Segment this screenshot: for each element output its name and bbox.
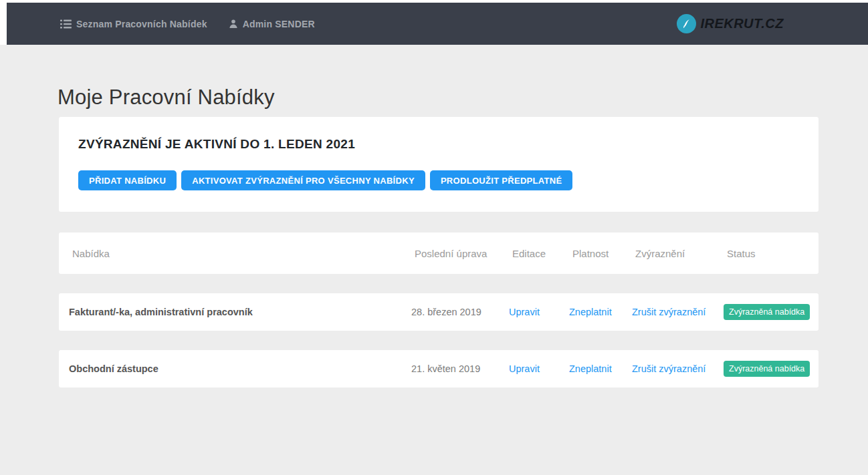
column-header-highlight: Zvýraznění (632, 248, 724, 259)
top-navbar: Seznam Pracovních Nabídek Admin SENDER I… (7, 3, 868, 45)
edit-link[interactable]: Upravit (509, 307, 569, 317)
nav-item-label: Admin SENDER (243, 19, 315, 29)
navbar-menu: Seznam Pracovních Nabídek Admin SENDER (60, 19, 315, 29)
brand-name: IREKRUT.CZ (700, 16, 784, 31)
offer-name: Obchodní zástupce (69, 363, 411, 374)
brand-logo[interactable]: IREKRUT.CZ (677, 14, 784, 33)
feather-icon (677, 14, 696, 33)
nav-item-job-offers-list[interactable]: Seznam Pracovních Nabídek (60, 19, 207, 29)
nav-item-admin-user[interactable]: Admin SENDER (229, 19, 315, 29)
column-header-edit: Editace (509, 248, 569, 259)
offer-last-update: 28. březen 2019 (411, 307, 509, 317)
subscription-card: ZVÝRAZNĚNÍ JE AKTIVNÍ DO 1. LEDEN 2021 P… (59, 117, 819, 212)
add-offer-button[interactable]: PŘIDAT NABÍDKU (78, 170, 177, 190)
status-badge: Zvýrazněná nabídka (724, 361, 810, 377)
table-header: Nabídka Poslední úprava Editace Platnost… (59, 232, 819, 274)
edit-link[interactable]: Upravit (509, 363, 569, 374)
status-badge: Zvýrazněná nabídka (724, 304, 810, 320)
main-area: Moje Pracovní Nabídky ZVÝRAZNĚNÍ JE AKTI… (0, 45, 868, 475)
cancel-highlight-link[interactable]: Zrušit zvýraznění (632, 363, 724, 374)
offer-last-update: 21. květen 2019 (411, 363, 509, 374)
table-row: Fakturant/-ka, administrativní pracovník… (59, 293, 819, 331)
column-header-last-update: Poslední úprava (411, 248, 509, 259)
nav-item-label: Seznam Pracovních Nabídek (76, 19, 207, 29)
status-cell: Zvýrazněná nabídka (724, 304, 808, 320)
invalidate-link[interactable]: Zneplatnit (569, 307, 632, 317)
action-buttons: PŘIDAT NABÍDKU AKTIVOVAT ZVÝRAZNĚNÍ PRO … (78, 170, 798, 190)
user-icon (229, 19, 238, 29)
extend-subscription-button[interactable]: PRODLOUŽIT PŘEDPLATNÉ (430, 170, 573, 190)
table-row: Obchodní zástupce 21. květen 2019 Upravi… (59, 350, 819, 387)
column-header-status: Status (724, 248, 808, 259)
column-header-validity: Platnost (569, 248, 632, 259)
cancel-highlight-link[interactable]: Zrušit zvýraznění (632, 307, 724, 317)
column-header-offer: Nabídka (69, 248, 411, 259)
list-icon (60, 19, 72, 29)
page-title: Moje Pracovní Nabídky (58, 86, 819, 110)
invalidate-link[interactable]: Zneplatnit (569, 363, 632, 374)
status-cell: Zvýrazněná nabídka (724, 361, 808, 377)
subscription-heading: ZVÝRAZNĚNÍ JE AKTIVNÍ DO 1. LEDEN 2021 (78, 137, 798, 152)
offer-name: Fakturant/-ka, administrativní pracovník (69, 307, 411, 317)
activate-highlight-all-button[interactable]: AKTIVOVAT ZVÝRAZNĚNÍ PRO VŠECHNY NABÍDKY (181, 170, 425, 190)
